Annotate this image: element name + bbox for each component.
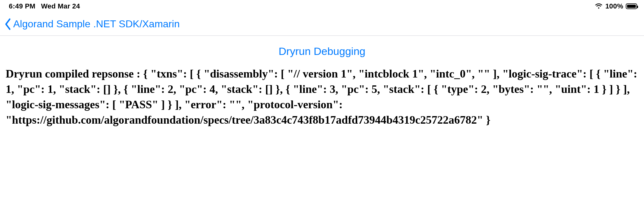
dryrun-response-text: Dryrun compiled repsonse : { "txns": [ {… [0,66,644,128]
status-date: Wed Mar 24 [41,2,80,10]
wifi-icon [595,3,603,9]
battery-percent: 100% [605,2,623,10]
nav-bar: Algorand Sample .NET SDK/Xamarin [0,13,644,36]
battery-icon [626,3,637,9]
back-button-label: Algorand Sample .NET SDK/Xamarin [13,18,180,30]
page-title: Dryrun Debugging [0,36,644,66]
back-button[interactable]: Algorand Sample .NET SDK/Xamarin [4,18,180,30]
chevron-left-icon [4,18,11,30]
status-time: 6:49 PM [9,2,36,10]
status-bar: 6:49 PM Wed Mar 24 100% [0,0,644,13]
